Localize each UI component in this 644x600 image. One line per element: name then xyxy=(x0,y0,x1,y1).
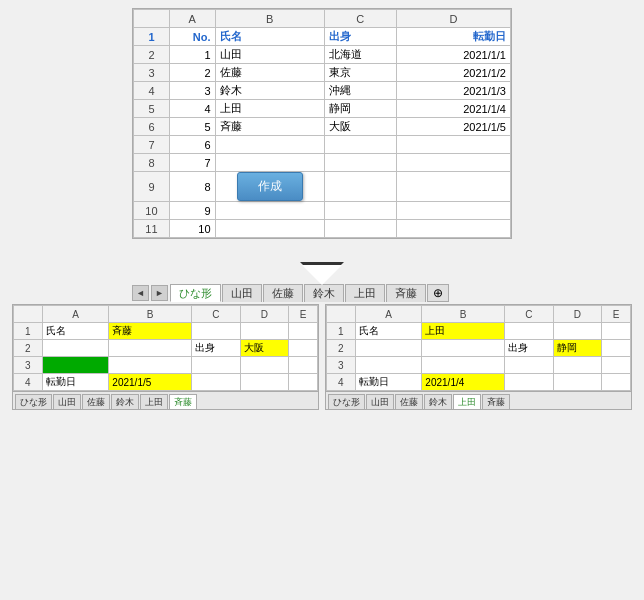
left-tab-yamada[interactable]: 山田 xyxy=(53,394,81,409)
sheet-row-9: 98作成 xyxy=(134,172,511,202)
sheet-row-5: 54上田静岡2021/1/4 xyxy=(134,100,511,118)
cell-c-8 xyxy=(324,154,396,172)
right-cell-1d xyxy=(553,323,602,340)
left-col-header-row xyxy=(14,306,43,323)
left-col-header-e: E xyxy=(289,306,318,323)
tab-saito[interactable]: 斉藤 xyxy=(386,284,426,302)
right-cell-3a xyxy=(355,357,422,374)
cell-d-5: 2021/1/4 xyxy=(396,100,510,118)
right-cell-4e xyxy=(602,374,631,391)
left-cell-2c: 出身 xyxy=(192,340,241,357)
cell-a-2: 1 xyxy=(169,46,215,64)
right-tab-ueda[interactable]: 上田 xyxy=(453,394,481,409)
right-col-header-e: E xyxy=(602,306,631,323)
cell-b-7 xyxy=(215,136,324,154)
left-cell-4d xyxy=(240,374,289,391)
right-col-header-b: B xyxy=(422,306,505,323)
left-cell-2a xyxy=(42,340,109,357)
col-header-row xyxy=(134,10,170,28)
cell-d-3: 2021/1/2 xyxy=(396,64,510,82)
arrow-head xyxy=(302,264,342,284)
cell-d-11 xyxy=(396,220,510,238)
left-cell-2e xyxy=(289,340,318,357)
col-header-a: A xyxy=(169,10,215,28)
cell-d-7 xyxy=(396,136,510,154)
left-tab-saito[interactable]: 斉藤 xyxy=(169,394,197,409)
tab-suzuki[interactable]: 鈴木 xyxy=(304,284,344,302)
left-row-3: 3 xyxy=(14,357,318,374)
left-row-2: 2 出身 大阪 xyxy=(14,340,318,357)
right-col-header-d: D xyxy=(553,306,602,323)
right-col-header-row xyxy=(327,306,356,323)
cell-d-8 xyxy=(396,154,510,172)
left-tab-hinakata[interactable]: ひな形 xyxy=(15,394,52,409)
right-tab-saito[interactable]: 斉藤 xyxy=(482,394,510,409)
right-tab-hinakata[interactable]: ひな形 xyxy=(328,394,365,409)
row-header-6: 6 xyxy=(134,118,170,136)
cell-b-3: 佐藤 xyxy=(215,64,324,82)
left-tab-sato[interactable]: 佐藤 xyxy=(82,394,110,409)
right-mini-spreadsheet: A B C D E 1 氏名 上田 xyxy=(325,304,632,392)
sheet-row-8: 87 xyxy=(134,154,511,172)
right-tab-suzuki[interactable]: 鈴木 xyxy=(424,394,452,409)
left-cell-1a: 氏名 xyxy=(42,323,109,340)
tab-add-btn[interactable]: ⊕ xyxy=(427,284,449,302)
sheet-row-11: 1110 xyxy=(134,220,511,238)
left-cell-4c xyxy=(192,374,241,391)
left-cell-1c xyxy=(192,323,241,340)
tab-sato[interactable]: 佐藤 xyxy=(263,284,303,302)
left-cell-4e xyxy=(289,374,318,391)
cell-b-6: 斉藤 xyxy=(215,118,324,136)
right-mini-sheet-container: A B C D E 1 氏名 上田 xyxy=(325,304,632,410)
sheet-row-1: 1No.氏名出身転勤日 xyxy=(134,28,511,46)
main-container: A B C D 1No.氏名出身転勤日21山田北海道2021/1/132佐藤東京… xyxy=(0,0,644,600)
left-cell-3b xyxy=(109,357,192,374)
cell-c-11 xyxy=(324,220,396,238)
row-header-7: 7 xyxy=(134,136,170,154)
left-cell-1b: 斉藤 xyxy=(109,323,192,340)
right-mini-table: A B C D E 1 氏名 上田 xyxy=(326,305,631,391)
cell-d-6: 2021/1/5 xyxy=(396,118,510,136)
row-header-3: 3 xyxy=(134,64,170,82)
bottom-section: A B C D E 1 氏名 斉藤 xyxy=(12,304,632,410)
right-col-header-a: A xyxy=(355,306,422,323)
cell-d-10 xyxy=(396,202,510,220)
cell-c-9 xyxy=(324,172,396,202)
cell-a-9: 8 xyxy=(169,172,215,202)
cell-d-1: 転勤日 xyxy=(396,28,510,46)
tab-next-btn[interactable]: ► xyxy=(151,285,168,301)
right-tab-sato[interactable]: 佐藤 xyxy=(395,394,423,409)
right-tab-yamada[interactable]: 山田 xyxy=(366,394,394,409)
left-tab-suzuki[interactable]: 鈴木 xyxy=(111,394,139,409)
right-cell-2c: 出身 xyxy=(505,340,554,357)
cell-b-8 xyxy=(215,154,324,172)
right-row-2: 2 出身 静岡 xyxy=(327,340,631,357)
cell-b-9: 作成 xyxy=(215,172,324,202)
cell-c-2: 北海道 xyxy=(324,46,396,64)
left-row-1: 1 氏名 斉藤 xyxy=(14,323,318,340)
right-cell-1e xyxy=(602,323,631,340)
cell-d-9 xyxy=(396,172,510,202)
left-mini-table: A B C D E 1 氏名 斉藤 xyxy=(13,305,318,391)
tab-prev-btn[interactable]: ◄ xyxy=(132,285,149,301)
cell-b-11 xyxy=(215,220,324,238)
left-tab-ueda[interactable]: 上田 xyxy=(140,394,168,409)
left-mini-tabs: ひな形 山田 佐藤 鈴木 上田 斉藤 xyxy=(12,392,319,410)
row-header-8: 8 xyxy=(134,154,170,172)
row-header-9: 9 xyxy=(134,172,170,202)
sheet-row-7: 76 xyxy=(134,136,511,154)
row-header-1: 1 xyxy=(134,28,170,46)
right-cell-2b xyxy=(422,340,505,357)
cell-a-4: 3 xyxy=(169,82,215,100)
left-cell-1e xyxy=(289,323,318,340)
left-row-4: 4 転勤日 2021/1/5 xyxy=(14,374,318,391)
right-cell-4b: 2021/1/4 xyxy=(422,374,505,391)
left-cell-2b xyxy=(109,340,192,357)
sheet-table: A B C D 1No.氏名出身転勤日21山田北海道2021/1/132佐藤東京… xyxy=(133,9,511,238)
tab-yamada[interactable]: 山田 xyxy=(222,284,262,302)
cell-b-4: 鈴木 xyxy=(215,82,324,100)
tab-ueda[interactable]: 上田 xyxy=(345,284,385,302)
tab-hinakata[interactable]: ひな形 xyxy=(170,284,221,302)
right-cell-2d: 静岡 xyxy=(553,340,602,357)
create-button[interactable]: 作成 xyxy=(237,172,303,201)
